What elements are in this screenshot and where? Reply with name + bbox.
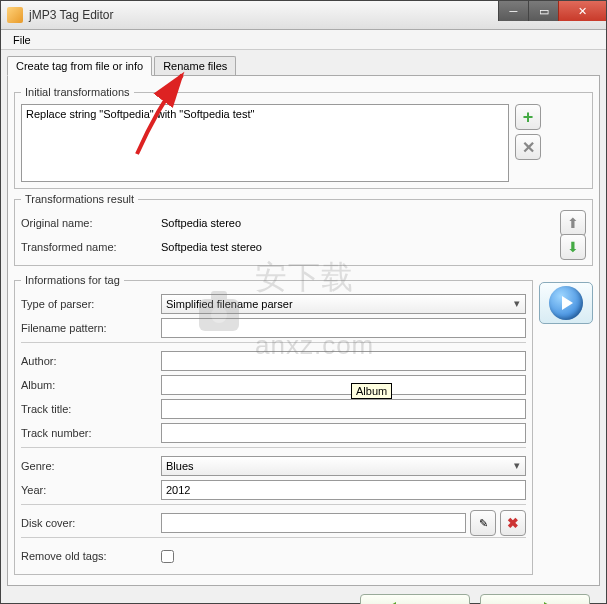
close-button[interactable]: ✕ (558, 1, 606, 21)
clear-cover-button[interactable]: ✖ (500, 510, 526, 536)
content-area: Create tag from file or info Rename file… (1, 50, 606, 604)
track-number-input[interactable] (161, 423, 526, 443)
transformations-result-legend: Transformations result (21, 193, 138, 205)
delete-icon: ✖ (507, 515, 519, 531)
disk-cover-input[interactable] (161, 513, 466, 533)
transformed-name-value: Softpedia test stereo (161, 241, 560, 253)
arrow-down-icon: ⬇ (567, 239, 579, 255)
add-transformation-button[interactable]: + (515, 104, 541, 130)
remove-tags-label: Remove old tags: (21, 550, 161, 562)
app-icon (7, 7, 23, 23)
info-legend: Informations for tag (21, 274, 124, 286)
window-controls: ─ ▭ ✕ (498, 1, 606, 21)
maximize-button[interactable]: ▭ (528, 1, 558, 21)
x-icon: ✕ (522, 138, 535, 157)
play-button[interactable] (539, 282, 593, 324)
menu-file[interactable]: File (7, 32, 37, 48)
pattern-input[interactable] (161, 318, 526, 338)
author-input[interactable] (161, 351, 526, 371)
transformations-list[interactable]: Replace string "Softpedia" with "Softped… (21, 104, 509, 182)
track-title-label: Track title: (21, 403, 161, 415)
genre-select[interactable]: Blues (161, 456, 526, 476)
remove-transformation-button[interactable]: ✕ (515, 134, 541, 160)
tab-create-tag[interactable]: Create tag from file or info (7, 56, 152, 76)
remove-tags-checkbox[interactable] (161, 550, 174, 563)
year-label: Year: (21, 484, 161, 496)
transformed-name-label: Transformed name: (21, 241, 161, 253)
album-label: Album: (21, 379, 161, 391)
menubar: File (1, 30, 606, 50)
play-icon (549, 286, 583, 320)
edit-icon: ✎ (479, 517, 488, 530)
original-name-label: Original name: (21, 217, 161, 229)
plus-icon: + (523, 107, 534, 128)
tab-rename-files[interactable]: Rename files (154, 56, 236, 75)
next-sample-button[interactable]: ⬇ (560, 234, 586, 260)
album-input[interactable] (161, 375, 526, 395)
prev-sample-button[interactable]: ⬆ (560, 210, 586, 236)
next-button[interactable]: Next (480, 594, 590, 604)
wizard-footer: Previous Next (7, 586, 600, 604)
parser-select[interactable]: Simplified filename parser (161, 294, 526, 314)
parser-label: Type of parser: (21, 298, 161, 310)
tab-strip: Create tag from file or info Rename file… (7, 54, 600, 76)
previous-button[interactable]: Previous (360, 594, 470, 604)
tab-panel: Initial transformations Replace string "… (7, 76, 600, 586)
author-label: Author: (21, 355, 161, 367)
tooltip: Album (351, 383, 392, 399)
minimize-button[interactable]: ─ (498, 1, 528, 21)
browse-cover-button[interactable]: ✎ (470, 510, 496, 536)
genre-label: Genre: (21, 460, 161, 472)
initial-transformations-legend: Initial transformations (21, 86, 134, 98)
initial-transformations-group: Initial transformations Replace string "… (14, 86, 593, 189)
window-title: jMP3 Tag Editor (29, 8, 114, 22)
transformations-result-group: Transformations result Original name: So… (14, 193, 593, 266)
pattern-label: Filename pattern: (21, 322, 161, 334)
track-title-input[interactable] (161, 399, 526, 419)
titlebar: jMP3 Tag Editor ─ ▭ ✕ (1, 1, 606, 30)
disk-cover-label: Disk cover: (21, 517, 161, 529)
informations-for-tag-group: Informations for tag Type of parser: Sim… (14, 274, 533, 575)
app-window: jMP3 Tag Editor ─ ▭ ✕ File Create tag fr… (0, 0, 607, 604)
track-number-label: Track number: (21, 427, 161, 439)
year-input[interactable] (161, 480, 526, 500)
arrow-up-icon: ⬆ (567, 215, 579, 231)
original-name-value: Softpedia stereo (161, 217, 560, 229)
